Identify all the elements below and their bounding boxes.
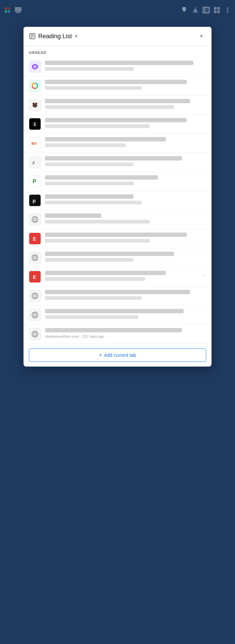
browser-toolbar [0,0,235,20]
favicon-3 [29,99,41,111]
svg-point-28 [35,105,36,106]
panel-dropdown-arrow[interactable]: ▾ [75,34,77,39]
download-icon[interactable] [191,6,199,14]
item-content-6 [45,156,206,166]
item-content-8 [45,194,206,204]
svg-text:£: £ [34,122,36,127]
svg-text:N: N [34,142,37,145]
item-subtitle-4 [45,124,150,128]
item-title-2 [45,80,187,84]
list-item[interactable] [23,286,211,306]
favicon-1 [29,61,41,73]
add-tab-plus: + [99,352,102,358]
svg-rect-9 [217,7,220,10]
item-subtitle-2 [45,86,142,90]
svg-text:P: P [33,179,36,184]
svg-point-14 [227,11,228,13]
favicon-7: P [29,175,41,187]
list-item[interactable]: £ [23,115,211,134]
item-subtitle-5 [45,143,126,147]
item-content-2 [45,80,206,90]
more-options-icon[interactable] [224,6,232,14]
favicon-15 [29,328,41,340]
favicon-8: p [29,194,41,206]
list-item[interactable]: P [23,172,211,191]
sidebar-icon[interactable] [202,6,210,14]
item-subtitle-9 [45,220,150,223]
section-unread-label: UNREAD [23,46,211,57]
svg-point-27 [34,105,35,106]
list-item[interactable]: N N [23,134,211,153]
list-item[interactable] [23,306,211,325]
item-subtitle-13 [45,296,142,300]
item-meta-15: stephenwolfram.com · 212 days ago [45,334,206,338]
favicon-12: E [29,271,41,283]
item-subtitle-8 [45,201,142,204]
item-content-11 [45,252,206,262]
item-content-14 [45,309,206,319]
item-content-13 [45,290,206,300]
svg-text:E: E [33,274,36,280]
puzzle-icon[interactable] [181,6,189,14]
list-item[interactable]: stephenwolfram.com · 212 days ago [23,325,211,344]
item-subtitle-12 [45,277,145,281]
panel-title: Reading List [38,33,72,40]
list-item[interactable]: ε [23,153,211,172]
favicon-5: N N [29,137,41,149]
favicon-13 [29,290,41,302]
item-title-7 [45,175,158,180]
item-title-9 [45,213,101,218]
svg-text:ε: ε [33,159,35,165]
list-item[interactable] [23,76,211,95]
close-button[interactable]: × [197,31,206,41]
favicon-10: E [29,233,41,245]
list-item[interactable]: p [23,191,211,210]
list-item[interactable]: E ... [23,267,211,286]
list-item[interactable] [23,210,211,229]
item-content-15: stephenwolfram.com · 212 days ago [45,328,206,338]
favicon-4: £ [29,118,41,130]
toolbar-icon-1 [3,6,11,14]
list-item[interactable] [23,95,211,115]
list-item[interactable] [23,57,211,76]
svg-rect-10 [214,10,217,13]
svg-rect-11 [217,10,220,13]
item-title-1 [45,61,193,65]
reading-list-icon [29,33,36,40]
add-tab-button[interactable]: + Add current tab [29,348,206,362]
svg-point-24 [33,103,34,104]
favicon-14 [29,309,41,321]
item-content-4 [45,118,206,128]
list-item[interactable]: E [23,229,211,248]
reading-list: £ N N ε [23,57,211,344]
toolbar-icon-2 [14,6,22,14]
item-subtitle-10 [45,239,150,243]
item-title-10 [45,233,187,237]
svg-text:p: p [33,198,36,203]
panel-header: Reading List ▾ × [23,27,211,46]
list-item[interactable] [23,248,211,267]
item-title-11 [45,252,174,256]
svg-text:N: N [32,142,34,145]
item-content-12 [45,271,206,281]
item-content-10 [45,233,206,243]
extensions-icon[interactable] [213,6,221,14]
svg-point-25 [36,103,37,104]
add-tab-label: Add current tab [104,352,136,358]
item-subtitle-11 [45,258,134,262]
reading-list-panel: Reading List ▾ × UNREAD [23,27,211,367]
svg-point-12 [227,7,228,9]
item-subtitle-6 [45,163,134,166]
item-content-9 [45,213,206,223]
item-ellipsis-12[interactable]: ... [202,271,206,276]
item-title-12 [45,271,166,275]
item-subtitle-3 [45,105,174,109]
item-title-5 [45,137,166,141]
item-title-15 [45,328,182,332]
item-title-14 [45,309,184,313]
svg-point-13 [227,9,228,11]
svg-rect-2 [5,10,7,13]
item-title-6 [45,156,182,160]
svg-rect-5 [16,12,20,13]
favicon-9 [29,213,41,226]
